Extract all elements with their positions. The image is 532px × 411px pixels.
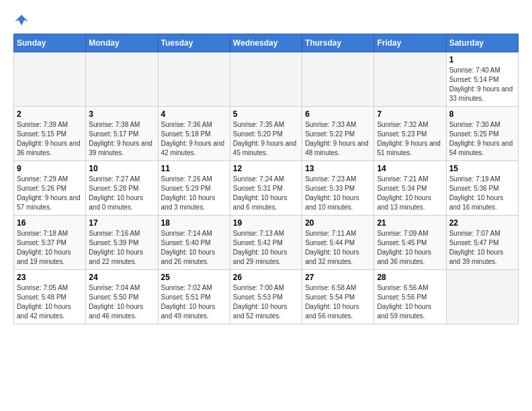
- day-info: Sunrise: 7:19 AM Sunset: 5:36 PM Dayligh…: [449, 175, 515, 212]
- day-number: 18: [161, 218, 227, 228]
- day-number: 25: [161, 273, 227, 282]
- day-number: 16: [17, 218, 83, 228]
- calendar-cell: 9Sunrise: 7:29 AM Sunset: 5:26 PM Daylig…: [14, 161, 86, 216]
- day-number: 15: [449, 164, 515, 173]
- calendar-cell: [230, 52, 302, 107]
- calendar-cell: 23Sunrise: 7:05 AM Sunset: 5:48 PM Dayli…: [14, 270, 86, 324]
- day-number: 12: [233, 164, 299, 173]
- day-info: Sunrise: 7:29 AM Sunset: 5:26 PM Dayligh…: [17, 175, 83, 212]
- logo: [13, 13, 28, 27]
- calendar-cell: 26Sunrise: 7:00 AM Sunset: 5:53 PM Dayli…: [230, 270, 302, 324]
- svg-marker-0: [15, 15, 28, 26]
- logo-bird-icon: [15, 13, 28, 27]
- day-info: Sunrise: 7:24 AM Sunset: 5:31 PM Dayligh…: [233, 175, 299, 212]
- day-info: Sunrise: 7:32 AM Sunset: 5:23 PM Dayligh…: [377, 120, 443, 158]
- calendar-cell: 17Sunrise: 7:16 AM Sunset: 5:39 PM Dayli…: [86, 216, 158, 270]
- day-number: 10: [89, 164, 154, 173]
- logo-text: [13, 13, 28, 27]
- calendar-week-row: 16Sunrise: 7:18 AM Sunset: 5:37 PM Dayli…: [14, 216, 519, 270]
- day-number: 28: [377, 273, 443, 282]
- day-number: 27: [305, 273, 371, 282]
- weekday-header: Sunday: [14, 34, 86, 52]
- day-number: 20: [305, 218, 371, 228]
- day-number: 22: [449, 218, 515, 228]
- day-info: Sunrise: 6:58 AM Sunset: 5:54 PM Dayligh…: [305, 283, 371, 321]
- day-number: 24: [89, 273, 154, 282]
- calendar-cell: 5Sunrise: 7:35 AM Sunset: 5:20 PM Daylig…: [230, 107, 302, 161]
- calendar-table: SundayMondayTuesdayWednesdayThursdayFrid…: [13, 34, 519, 324]
- day-info: Sunrise: 7:05 AM Sunset: 5:48 PM Dayligh…: [17, 283, 83, 321]
- calendar-cell: 2Sunrise: 7:39 AM Sunset: 5:15 PM Daylig…: [14, 107, 86, 161]
- day-info: Sunrise: 7:13 AM Sunset: 5:42 PM Dayligh…: [233, 229, 299, 267]
- day-info: Sunrise: 7:18 AM Sunset: 5:37 PM Dayligh…: [17, 229, 83, 267]
- day-info: Sunrise: 7:33 AM Sunset: 5:22 PM Dayligh…: [305, 120, 371, 158]
- day-info: Sunrise: 7:30 AM Sunset: 5:25 PM Dayligh…: [449, 120, 515, 158]
- day-number: 1: [449, 55, 515, 64]
- calendar-cell: 13Sunrise: 7:23 AM Sunset: 5:33 PM Dayli…: [302, 161, 374, 216]
- day-number: 6: [305, 109, 371, 119]
- weekday-header: Tuesday: [158, 34, 230, 52]
- day-info: Sunrise: 7:26 AM Sunset: 5:29 PM Dayligh…: [161, 175, 227, 212]
- day-info: Sunrise: 7:07 AM Sunset: 5:47 PM Dayligh…: [449, 229, 515, 267]
- day-info: Sunrise: 7:02 AM Sunset: 5:51 PM Dayligh…: [161, 283, 227, 321]
- page-header: [13, 13, 519, 27]
- calendar-cell: 24Sunrise: 7:04 AM Sunset: 5:50 PM Dayli…: [86, 270, 158, 324]
- weekday-header: Wednesday: [230, 34, 302, 52]
- day-info: Sunrise: 7:21 AM Sunset: 5:34 PM Dayligh…: [377, 175, 443, 212]
- weekday-header: Monday: [86, 34, 158, 52]
- calendar-week-row: 9Sunrise: 7:29 AM Sunset: 5:26 PM Daylig…: [14, 161, 519, 216]
- weekday-header: Saturday: [446, 34, 518, 52]
- calendar-cell: 21Sunrise: 7:09 AM Sunset: 5:45 PM Dayli…: [374, 216, 446, 270]
- calendar-cell: 20Sunrise: 7:11 AM Sunset: 5:44 PM Dayli…: [302, 216, 374, 270]
- weekday-header: Friday: [374, 34, 446, 52]
- day-info: Sunrise: 7:23 AM Sunset: 5:33 PM Dayligh…: [305, 175, 371, 212]
- day-info: Sunrise: 7:27 AM Sunset: 5:28 PM Dayligh…: [89, 175, 154, 212]
- calendar-cell: 10Sunrise: 7:27 AM Sunset: 5:28 PM Dayli…: [86, 161, 158, 216]
- day-number: 19: [233, 218, 299, 228]
- day-info: Sunrise: 7:36 AM Sunset: 5:18 PM Dayligh…: [161, 120, 227, 158]
- calendar-cell: 7Sunrise: 7:32 AM Sunset: 5:23 PM Daylig…: [374, 107, 446, 161]
- day-info: Sunrise: 7:00 AM Sunset: 5:53 PM Dayligh…: [233, 283, 299, 321]
- day-number: 21: [377, 218, 443, 228]
- day-number: 7: [377, 109, 443, 119]
- calendar-cell: 18Sunrise: 7:14 AM Sunset: 5:40 PM Dayli…: [158, 216, 230, 270]
- day-number: 23: [17, 273, 83, 282]
- day-number: 17: [89, 218, 154, 228]
- day-info: Sunrise: 7:39 AM Sunset: 5:15 PM Dayligh…: [17, 120, 83, 158]
- day-number: 26: [233, 273, 299, 282]
- calendar-cell: 12Sunrise: 7:24 AM Sunset: 5:31 PM Dayli…: [230, 161, 302, 216]
- calendar-week-row: 1Sunrise: 7:40 AM Sunset: 5:14 PM Daylig…: [14, 52, 519, 107]
- day-info: Sunrise: 7:16 AM Sunset: 5:39 PM Dayligh…: [89, 229, 154, 267]
- day-number: 3: [89, 109, 154, 119]
- day-number: 4: [161, 109, 227, 119]
- calendar-cell: 15Sunrise: 7:19 AM Sunset: 5:36 PM Dayli…: [446, 161, 518, 216]
- day-number: 8: [449, 109, 515, 119]
- day-number: 2: [17, 109, 83, 119]
- day-number: 13: [305, 164, 371, 173]
- day-info: Sunrise: 7:35 AM Sunset: 5:20 PM Dayligh…: [233, 120, 299, 158]
- calendar-cell: 14Sunrise: 7:21 AM Sunset: 5:34 PM Dayli…: [374, 161, 446, 216]
- calendar-cell: 22Sunrise: 7:07 AM Sunset: 5:47 PM Dayli…: [446, 216, 518, 270]
- day-info: Sunrise: 7:09 AM Sunset: 5:45 PM Dayligh…: [377, 229, 443, 267]
- calendar-cell: [86, 52, 158, 107]
- day-info: Sunrise: 7:38 AM Sunset: 5:17 PM Dayligh…: [89, 120, 154, 158]
- calendar-cell: 25Sunrise: 7:02 AM Sunset: 5:51 PM Dayli…: [158, 270, 230, 324]
- calendar-cell: [302, 52, 374, 107]
- calendar-cell: 19Sunrise: 7:13 AM Sunset: 5:42 PM Dayli…: [230, 216, 302, 270]
- calendar-header: SundayMondayTuesdayWednesdayThursdayFrid…: [14, 34, 519, 52]
- calendar-cell: 3Sunrise: 7:38 AM Sunset: 5:17 PM Daylig…: [86, 107, 158, 161]
- day-info: Sunrise: 6:56 AM Sunset: 5:56 PM Dayligh…: [377, 283, 443, 321]
- calendar-week-row: 23Sunrise: 7:05 AM Sunset: 5:48 PM Dayli…: [14, 270, 519, 324]
- calendar-cell: 4Sunrise: 7:36 AM Sunset: 5:18 PM Daylig…: [158, 107, 230, 161]
- calendar-cell: 8Sunrise: 7:30 AM Sunset: 5:25 PM Daylig…: [446, 107, 518, 161]
- day-number: 14: [377, 164, 443, 173]
- day-number: 5: [233, 109, 299, 119]
- day-info: Sunrise: 7:40 AM Sunset: 5:14 PM Dayligh…: [449, 66, 515, 103]
- calendar-cell: 11Sunrise: 7:26 AM Sunset: 5:29 PM Dayli…: [158, 161, 230, 216]
- calendar-cell: 1Sunrise: 7:40 AM Sunset: 5:14 PM Daylig…: [446, 52, 518, 107]
- calendar-cell: 28Sunrise: 6:56 AM Sunset: 5:56 PM Dayli…: [374, 270, 446, 324]
- calendar-cell: [446, 270, 518, 324]
- day-number: 11: [161, 164, 227, 173]
- day-info: Sunrise: 7:14 AM Sunset: 5:40 PM Dayligh…: [161, 229, 227, 267]
- day-info: Sunrise: 7:11 AM Sunset: 5:44 PM Dayligh…: [305, 229, 371, 267]
